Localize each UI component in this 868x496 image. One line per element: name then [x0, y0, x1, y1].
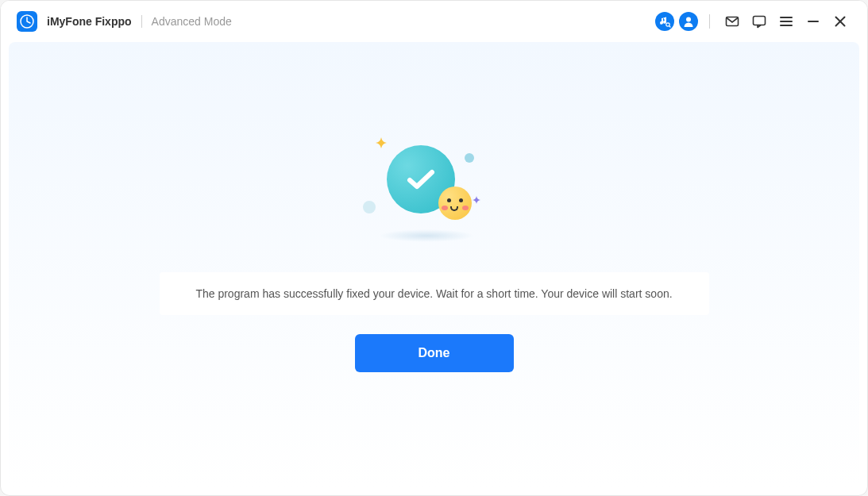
- divider: [709, 14, 710, 29]
- chat-icon[interactable]: [748, 10, 770, 33]
- svg-line-3: [669, 26, 670, 27]
- mode-label: Advanced Mode: [152, 15, 232, 28]
- menu-icon[interactable]: [775, 10, 797, 33]
- star-icon: [473, 193, 480, 207]
- shadow: [379, 229, 474, 242]
- app-window: iMyFone Fixppo Advanced Mode: [0, 0, 868, 496]
- app-title: iMyFone Fixppo: [47, 15, 132, 28]
- done-button[interactable]: Done: [355, 334, 514, 372]
- decoration-circle: [363, 201, 376, 213]
- mode-divider: [141, 15, 142, 28]
- titlebar: iMyFone Fixppo Advanced Mode: [1, 1, 867, 42]
- content-area: The program has successfully fixed your …: [9, 42, 859, 487]
- music-search-icon[interactable]: [655, 12, 674, 31]
- star-icon: [376, 137, 387, 152]
- decoration-circle: [465, 153, 474, 163]
- account-icon[interactable]: [679, 12, 698, 31]
- success-message: The program has successfully fixed your …: [195, 287, 672, 300]
- message-box: The program has successfully fixed your …: [160, 272, 709, 315]
- smiley-icon: [438, 186, 472, 220]
- titlebar-actions: [655, 10, 851, 33]
- close-icon[interactable]: [829, 10, 851, 33]
- svg-rect-6: [754, 17, 766, 25]
- minimize-icon[interactable]: [802, 10, 824, 33]
- svg-point-4: [686, 17, 691, 22]
- app-logo-icon: [17, 11, 37, 32]
- mail-icon[interactable]: [721, 10, 743, 33]
- success-illustration: [355, 137, 514, 248]
